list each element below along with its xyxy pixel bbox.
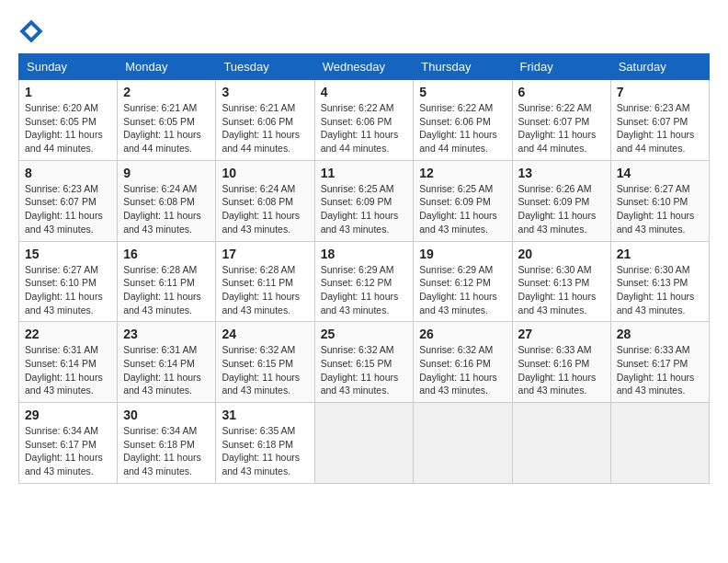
day-info: Sunrise: 6:21 AMSunset: 6:05 PMDaylight:…	[123, 101, 210, 155]
calendar-cell: 18Sunrise: 6:29 AMSunset: 6:12 PMDayligh…	[314, 241, 414, 322]
day-number: 5	[419, 85, 506, 99]
day-info: Sunrise: 6:22 AMSunset: 6:06 PMDaylight:…	[321, 101, 408, 155]
day-number: 17	[222, 247, 308, 261]
page-header	[18, 18, 710, 44]
day-number: 1	[25, 85, 111, 99]
day-info: Sunrise: 6:28 AMSunset: 6:11 PMDaylight:…	[123, 263, 210, 317]
day-info: Sunrise: 6:30 AMSunset: 6:13 PMDaylight:…	[518, 263, 605, 317]
day-number: 18	[321, 247, 408, 261]
day-info: Sunrise: 6:23 AMSunset: 6:07 PMDaylight:…	[25, 182, 111, 236]
day-info: Sunrise: 6:25 AMSunset: 6:09 PMDaylight:…	[321, 182, 408, 236]
calendar-cell: 26Sunrise: 6:32 AMSunset: 6:16 PMDayligh…	[414, 322, 512, 403]
calendar-header-row: SundayMondayTuesdayWednesdayThursdayFrid…	[19, 54, 710, 80]
header-sunday: Sunday	[19, 54, 118, 80]
day-number: 27	[518, 327, 605, 341]
calendar-cell: 12Sunrise: 6:25 AMSunset: 6:09 PMDayligh…	[414, 160, 512, 241]
day-number: 4	[321, 85, 408, 99]
calendar-cell: 31Sunrise: 6:35 AMSunset: 6:18 PMDayligh…	[216, 403, 314, 484]
day-info: Sunrise: 6:26 AMSunset: 6:09 PMDaylight:…	[518, 182, 605, 236]
day-number: 19	[419, 247, 506, 261]
day-number: 16	[123, 247, 210, 261]
day-number: 14	[617, 166, 703, 180]
day-number: 30	[123, 408, 210, 422]
calendar-cell: 10Sunrise: 6:24 AMSunset: 6:08 PMDayligh…	[216, 160, 314, 241]
calendar-cell: 16Sunrise: 6:28 AMSunset: 6:11 PMDayligh…	[118, 241, 216, 322]
calendar-cell: 4Sunrise: 6:22 AMSunset: 6:06 PMDaylight…	[314, 80, 414, 161]
header-wednesday: Wednesday	[314, 54, 414, 80]
day-info: Sunrise: 6:21 AMSunset: 6:06 PMDaylight:…	[222, 101, 308, 155]
calendar-cell: 7Sunrise: 6:23 AMSunset: 6:07 PMDaylight…	[610, 80, 709, 161]
day-info: Sunrise: 6:32 AMSunset: 6:16 PMDaylight:…	[419, 343, 506, 397]
day-number: 10	[222, 166, 308, 180]
header-saturday: Saturday	[610, 54, 709, 80]
day-info: Sunrise: 6:33 AMSunset: 6:17 PMDaylight:…	[617, 343, 703, 397]
day-info: Sunrise: 6:29 AMSunset: 6:12 PMDaylight:…	[321, 263, 408, 317]
day-info: Sunrise: 6:34 AMSunset: 6:17 PMDaylight:…	[25, 424, 111, 478]
day-number: 2	[123, 85, 210, 99]
day-info: Sunrise: 6:34 AMSunset: 6:18 PMDaylight:…	[123, 424, 210, 478]
calendar-cell: 21Sunrise: 6:30 AMSunset: 6:13 PMDayligh…	[610, 241, 709, 322]
calendar-week-2: 8Sunrise: 6:23 AMSunset: 6:07 PMDaylight…	[19, 160, 710, 241]
day-info: Sunrise: 6:28 AMSunset: 6:11 PMDaylight:…	[222, 263, 308, 317]
day-info: Sunrise: 6:35 AMSunset: 6:18 PMDaylight:…	[222, 424, 308, 478]
calendar-week-4: 22Sunrise: 6:31 AMSunset: 6:14 PMDayligh…	[19, 322, 710, 403]
day-info: Sunrise: 6:23 AMSunset: 6:07 PMDaylight:…	[617, 101, 703, 155]
calendar-cell: 14Sunrise: 6:27 AMSunset: 6:10 PMDayligh…	[610, 160, 709, 241]
calendar-cell: 1Sunrise: 6:20 AMSunset: 6:05 PMDaylight…	[19, 80, 118, 161]
header-tuesday: Tuesday	[216, 54, 314, 80]
calendar-cell: 23Sunrise: 6:31 AMSunset: 6:14 PMDayligh…	[118, 322, 216, 403]
calendar-cell	[610, 403, 709, 484]
day-info: Sunrise: 6:25 AMSunset: 6:09 PMDaylight:…	[419, 182, 506, 236]
day-number: 22	[25, 327, 111, 341]
calendar-cell: 20Sunrise: 6:30 AMSunset: 6:13 PMDayligh…	[512, 241, 610, 322]
header-friday: Friday	[512, 54, 610, 80]
day-number: 29	[25, 408, 111, 422]
calendar-cell: 22Sunrise: 6:31 AMSunset: 6:14 PMDayligh…	[19, 322, 118, 403]
day-info: Sunrise: 6:27 AMSunset: 6:10 PMDaylight:…	[25, 263, 111, 317]
calendar-cell: 25Sunrise: 6:32 AMSunset: 6:15 PMDayligh…	[314, 322, 414, 403]
calendar-cell: 6Sunrise: 6:22 AMSunset: 6:07 PMDaylight…	[512, 80, 610, 161]
calendar-week-1: 1Sunrise: 6:20 AMSunset: 6:05 PMDaylight…	[19, 80, 710, 161]
day-info: Sunrise: 6:32 AMSunset: 6:15 PMDaylight:…	[321, 343, 408, 397]
day-info: Sunrise: 6:32 AMSunset: 6:15 PMDaylight:…	[222, 343, 308, 397]
calendar-cell: 5Sunrise: 6:22 AMSunset: 6:06 PMDaylight…	[414, 80, 512, 161]
calendar-cell: 24Sunrise: 6:32 AMSunset: 6:15 PMDayligh…	[216, 322, 314, 403]
day-info: Sunrise: 6:24 AMSunset: 6:08 PMDaylight:…	[123, 182, 210, 236]
day-info: Sunrise: 6:30 AMSunset: 6:13 PMDaylight:…	[617, 263, 703, 317]
calendar-cell: 27Sunrise: 6:33 AMSunset: 6:16 PMDayligh…	[512, 322, 610, 403]
day-info: Sunrise: 6:33 AMSunset: 6:16 PMDaylight:…	[518, 343, 605, 397]
calendar-cell: 13Sunrise: 6:26 AMSunset: 6:09 PMDayligh…	[512, 160, 610, 241]
day-number: 28	[617, 327, 703, 341]
day-number: 23	[123, 327, 210, 341]
header-monday: Monday	[118, 54, 216, 80]
calendar-cell: 8Sunrise: 6:23 AMSunset: 6:07 PMDaylight…	[19, 160, 118, 241]
day-number: 24	[222, 327, 308, 341]
day-number: 31	[222, 408, 308, 422]
calendar-cell: 15Sunrise: 6:27 AMSunset: 6:10 PMDayligh…	[19, 241, 118, 322]
day-number: 8	[25, 166, 111, 180]
day-info: Sunrise: 6:20 AMSunset: 6:05 PMDaylight:…	[25, 101, 111, 155]
day-number: 3	[222, 85, 308, 99]
calendar-week-3: 15Sunrise: 6:27 AMSunset: 6:10 PMDayligh…	[19, 241, 710, 322]
calendar-cell	[512, 403, 610, 484]
calendar-cell: 29Sunrise: 6:34 AMSunset: 6:17 PMDayligh…	[19, 403, 118, 484]
logo-icon	[18, 18, 44, 44]
calendar-cell: 3Sunrise: 6:21 AMSunset: 6:06 PMDaylight…	[216, 80, 314, 161]
day-info: Sunrise: 6:22 AMSunset: 6:06 PMDaylight:…	[419, 101, 506, 155]
day-info: Sunrise: 6:27 AMSunset: 6:10 PMDaylight:…	[617, 182, 703, 236]
day-number: 7	[617, 85, 703, 99]
calendar-table: SundayMondayTuesdayWednesdayThursdayFrid…	[18, 53, 710, 484]
day-number: 12	[419, 166, 506, 180]
day-number: 6	[518, 85, 605, 99]
day-number: 25	[321, 327, 408, 341]
calendar-week-5: 29Sunrise: 6:34 AMSunset: 6:17 PMDayligh…	[19, 403, 710, 484]
calendar-cell	[314, 403, 414, 484]
calendar-cell: 17Sunrise: 6:28 AMSunset: 6:11 PMDayligh…	[216, 241, 314, 322]
day-info: Sunrise: 6:29 AMSunset: 6:12 PMDaylight:…	[419, 263, 506, 317]
day-info: Sunrise: 6:31 AMSunset: 6:14 PMDaylight:…	[25, 343, 111, 397]
calendar-cell: 2Sunrise: 6:21 AMSunset: 6:05 PMDaylight…	[118, 80, 216, 161]
calendar-cell	[414, 403, 512, 484]
calendar-cell: 28Sunrise: 6:33 AMSunset: 6:17 PMDayligh…	[610, 322, 709, 403]
calendar-cell: 11Sunrise: 6:25 AMSunset: 6:09 PMDayligh…	[314, 160, 414, 241]
day-info: Sunrise: 6:31 AMSunset: 6:14 PMDaylight:…	[123, 343, 210, 397]
